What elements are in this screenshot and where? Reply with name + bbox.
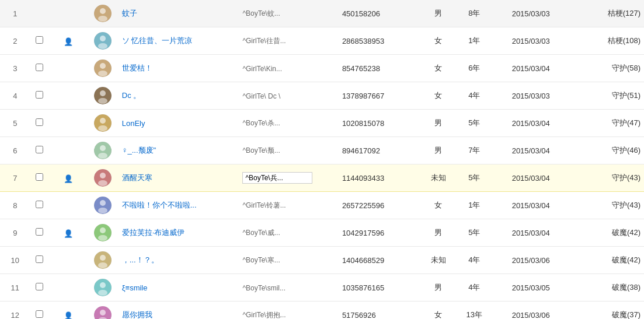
table-row: 6 ♀_...颓废"^BoyTe\颓...894617092男7年2015/03… [0,137,644,164]
years-cell: 5年 [455,110,493,137]
row-checkbox[interactable] [36,255,43,263]
checkbox-cell[interactable] [30,274,49,302]
row-checkbox[interactable] [36,201,43,208]
svg-point-11 [98,98,107,104]
name-cell[interactable]: ξ≡smile [119,274,239,302]
tag-cell: ^BoyTe\威... [239,219,338,247]
rank-cell: 4 [0,82,30,110]
svg-point-34 [100,310,106,316]
score-cell: 桔梗(108) [569,27,644,55]
avatar-cell [87,247,119,274]
row-checkbox[interactable] [36,283,43,290]
table-row: 12👤 愿你拥我^GirlTe\拥抱...51756926女13年2015/03… [0,302,644,320]
tag-text: ^GirlTe\往昔... [242,37,286,45]
tag-text: ^BoyTe\smil... [242,284,286,292]
svg-point-17 [98,153,107,159]
checkbox-cell[interactable] [30,164,49,192]
rank-cell: 1 [0,0,30,27]
qq-cell: 1404668529 [339,247,422,274]
row-checkbox[interactable] [36,64,43,71]
row-checkbox[interactable] [36,91,43,99]
checkbox-cell[interactable] [30,219,49,247]
svg-point-5 [98,43,107,49]
svg-point-19 [100,173,106,178]
name-cell[interactable]: LonEly [119,110,239,137]
tag-cell: ^BoyTe\蚊... [239,0,338,27]
name-cell[interactable]: 酒醒天寒 [119,164,239,192]
date-cell: 2015/03/04 [493,219,569,247]
gender-cell: 男 [422,274,455,302]
date-cell: 2015/03/06 [493,302,569,320]
tag-input[interactable] [242,172,312,184]
svg-point-22 [100,200,106,206]
checkbox-cell[interactable] [30,302,49,320]
avatar [94,114,112,132]
avatar [94,87,112,104]
row-checkbox[interactable] [36,36,43,44]
name-cell[interactable]: 蚊子 [119,0,239,27]
svg-point-29 [98,262,107,268]
name-cell[interactable]: 愿你拥我 [119,302,239,320]
svg-point-1 [100,8,106,14]
checkbox-cell[interactable] [30,137,49,164]
checkbox-cell[interactable] [30,0,49,27]
tag-cell[interactable] [239,164,338,192]
score-cell: 守护(43) [569,192,644,219]
date-cell: 2015/03/04 [493,110,569,137]
name-cell[interactable]: 不啦啦！你个不啦啦... [119,192,239,219]
qq-cell: 1020815078 [339,110,422,137]
name-cell[interactable]: 爱拉芙拉·布迪威伊 [119,219,239,247]
row-checkbox[interactable] [36,146,43,153]
date-cell: 2015/03/04 [493,192,569,219]
years-cell: 5年 [455,164,493,192]
tag-text: ^GirlTe\拥抱... [242,311,286,319]
years-cell: 4年 [455,247,493,274]
checkbox-cell[interactable] [30,27,49,55]
score-cell: 守护(58) [569,55,644,82]
checkbox-cell[interactable] [30,247,49,274]
tag-cell: ^BoyTe\杀... [239,110,338,137]
name-cell[interactable]: Dc 。 [119,82,239,110]
avatar [94,59,112,77]
vip-icon: 👤 [64,174,72,183]
rank-cell: 10 [0,247,30,274]
score-cell: 破魔(38) [569,274,644,302]
years-cell: 13年 [455,302,493,320]
name-cell[interactable]: 世爱桔！ [119,55,239,82]
years-cell: 6年 [455,55,493,82]
years-cell: 7年 [455,137,493,164]
row-checkbox[interactable] [36,173,43,181]
name-cell[interactable]: ♀_...颓废" [119,137,239,164]
rank-cell: 9 [0,219,30,247]
avatar-cell [87,55,119,82]
checkbox-cell[interactable] [30,110,49,137]
table-row: 1 蚊子^BoyTe\蚊...450158206男8年2015/03/03桔梗(… [0,0,644,27]
avatar [94,5,112,22]
name-cell[interactable]: ，...！？。 [119,247,239,274]
date-cell: 2015/03/06 [493,247,569,274]
avatar-cell [87,82,119,110]
tag-cell: ^BoyTe\smil... [239,274,338,302]
qq-cell: 894617092 [339,137,422,164]
tag-text: ^BoyTe\威... [242,229,280,237]
checkbox-cell[interactable] [30,192,49,219]
score-cell: 破魔(42) [569,247,644,274]
tag-cell: ^GirlTe\Kin... [239,55,338,82]
avatar-cell [87,274,119,302]
tag-cell: ^GirlTe\往昔... [239,27,338,55]
tag-cell: ^GirlTe\铃薯... [239,192,338,219]
gender-cell: 女 [422,27,455,55]
vip-icon: 👤 [64,37,72,45]
row-checkbox[interactable] [36,310,43,318]
status-icons-cell [49,137,87,164]
years-cell: 4年 [455,274,493,302]
checkbox-cell[interactable] [30,82,49,110]
status-icons-cell [49,274,87,302]
table-row: 11 ξ≡smile^BoyTe\smil...1035876165男4年201… [0,274,644,302]
row-checkbox[interactable] [36,228,43,236]
date-cell: 2015/03/03 [493,82,569,110]
checkbox-cell[interactable] [30,55,49,82]
years-cell: 5年 [455,219,493,247]
name-cell[interactable]: ソ 忆往昔、一片荒凉 [119,27,239,55]
row-checkbox[interactable] [36,118,43,126]
